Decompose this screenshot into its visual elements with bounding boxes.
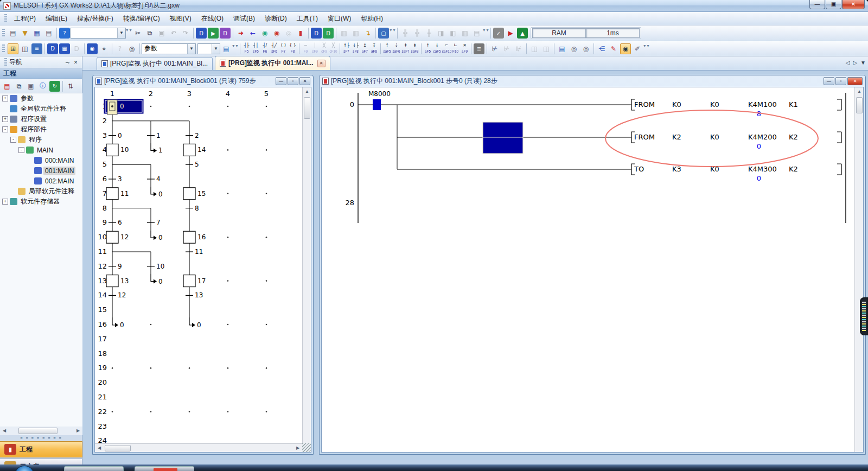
tree-hscrollbar[interactable]: ◀ ▶ bbox=[0, 427, 82, 435]
sfc-tool-4-icon[interactable]: ◨ bbox=[436, 28, 446, 39]
ladder-symbol-saf6[interactable]: ⇣saF6 bbox=[392, 42, 401, 55]
device-display-2-icon[interactable]: D bbox=[323, 28, 334, 39]
ladder-restore-button[interactable]: ▫ bbox=[835, 77, 846, 85]
toolbar-overflow[interactable]: ▾ ▾ bbox=[232, 43, 238, 54]
device-test-icon[interactable]: ▮ bbox=[295, 28, 306, 39]
open-project-icon[interactable]: ▼ bbox=[20, 28, 30, 39]
help-context-icon[interactable]: ? bbox=[114, 43, 125, 54]
ladder-symbol-f10[interactable]: ∟F10 bbox=[451, 42, 460, 55]
ladder-symbol-f7[interactable]: ( )F7 bbox=[279, 42, 288, 55]
ladder-symbol-af7[interactable]: ↥aF7 bbox=[360, 42, 369, 55]
device-comment-icon[interactable]: D bbox=[196, 28, 207, 39]
menu-debug[interactable]: 调试(B) bbox=[228, 12, 260, 25]
device-display-1-icon[interactable]: D bbox=[311, 28, 322, 39]
find-binoculars-icon[interactable]: ◎ bbox=[126, 43, 137, 54]
cut-icon[interactable]: ✂ bbox=[132, 28, 143, 39]
edit-mode-3-icon[interactable]: ⊮ bbox=[513, 43, 524, 54]
paste-icon[interactable]: ▣ bbox=[156, 28, 167, 39]
toolbar-overflow[interactable]: ▾ ▾ bbox=[483, 28, 489, 39]
ladder-symbol-f8[interactable]: { }F8 bbox=[288, 42, 297, 55]
taskbar-button[interactable] bbox=[135, 466, 194, 471]
menu-edit[interactable]: 编辑(E) bbox=[41, 12, 72, 25]
sfc-minimize-button[interactable]: — bbox=[276, 77, 286, 85]
ladder-symbol-af8[interactable]: ↧aF8 bbox=[369, 42, 379, 55]
tree-item-001-MAIN[interactable]: 001:MAIN bbox=[0, 166, 82, 176]
expand-icon[interactable]: + bbox=[2, 116, 8, 122]
dev-comment-icon[interactable]: D bbox=[47, 43, 58, 54]
device-tree-edit-icon[interactable]: ✎ bbox=[608, 43, 619, 54]
sfc-tool-7-icon[interactable]: ▤ bbox=[471, 28, 482, 39]
sfc-diagram[interactable]: 1234512345678910111213141516171819202122… bbox=[95, 87, 303, 443]
edge-widget[interactable] bbox=[860, 297, 868, 335]
undo-icon[interactable]: ↶ bbox=[168, 28, 179, 39]
taskbar-button[interactable] bbox=[64, 466, 124, 471]
sfc-restore-button[interactable]: ▫ bbox=[288, 77, 298, 85]
navigation-window-icon[interactable]: ⊞ bbox=[8, 43, 18, 54]
ladder-symbol-saf5[interactable]: ⇡saF5 bbox=[382, 42, 392, 55]
item-paste-icon[interactable]: ▣ bbox=[25, 81, 36, 92]
sfc-tool-2-icon[interactable]: ╬ bbox=[412, 28, 423, 39]
menu-tools[interactable]: 工具(T) bbox=[292, 12, 323, 25]
ladder-symbol-f6[interactable]: ┤/F6 bbox=[260, 42, 270, 55]
ladder-vscrollbar[interactable]: ▲ bbox=[854, 87, 863, 452]
ladder-symbol-af5[interactable]: ↑aF5 bbox=[423, 42, 432, 55]
tree-item-参数[interactable]: +参数 bbox=[0, 93, 82, 104]
sfc-tool-1-icon[interactable]: ╬ bbox=[400, 28, 411, 39]
menu-window[interactable]: 窗口(W) bbox=[323, 12, 356, 25]
ladder-symbol-caf10[interactable]: ⌐caF10 bbox=[442, 42, 451, 55]
tree-item-全局软元件注释[interactable]: 全局软元件注释 bbox=[0, 104, 82, 114]
collapse-icon[interactable]: - bbox=[10, 137, 16, 143]
monitor-mode-icon[interactable]: ◉ bbox=[620, 43, 631, 54]
document-tab-1[interactable]: [PRG]监视 执行中 001:MAIN_Bl... bbox=[97, 57, 213, 70]
ladder-symbol-sf9[interactable]: │sF9 bbox=[310, 42, 320, 55]
element-selection-icon[interactable]: ◫ bbox=[20, 43, 30, 54]
help-icon[interactable]: ? bbox=[59, 28, 70, 39]
menu-diagnostics[interactable]: 诊断(D) bbox=[260, 12, 292, 25]
inst-list-icon[interactable]: ≣ bbox=[474, 43, 484, 54]
read-from-plc-icon[interactable]: ← bbox=[247, 28, 258, 39]
ladder-close-button[interactable]: ✕ bbox=[847, 77, 863, 85]
menu-help[interactable]: 帮助(H) bbox=[356, 12, 388, 25]
menu-view[interactable]: 视图(V) bbox=[165, 12, 196, 25]
toolbar-overflow[interactable]: ▾ ▾ bbox=[390, 28, 395, 39]
tab-scroll-right[interactable]: ▷ bbox=[853, 60, 857, 66]
panel-splitter[interactable]: ■ ■ ■ ■ ■ ■ ■ ■ bbox=[0, 435, 82, 441]
tab-close-icon[interactable]: ✕ bbox=[317, 60, 326, 67]
device-tree-icon[interactable]: ⋲ bbox=[596, 43, 607, 54]
ladder-symbol-sf6[interactable]: ┤╱sF6 bbox=[270, 42, 279, 55]
ladder-minimize-button[interactable]: — bbox=[824, 77, 834, 85]
edit-mode-1-icon[interactable]: ⊬ bbox=[489, 43, 500, 54]
item-properties-icon[interactable]: ⓘ bbox=[37, 81, 48, 92]
nav-button-project[interactable]: ▮工程 bbox=[0, 441, 82, 457]
program-editor-icon[interactable]: ▶ bbox=[208, 28, 219, 39]
toolbar-overflow[interactable]: ▾ ▾ bbox=[126, 28, 132, 39]
ladder-symbol-sf8[interactable]: ↓├sF8 bbox=[351, 42, 360, 55]
ladder-symbol-af9[interactable]: ✕aF9 bbox=[460, 42, 469, 55]
tree-item-程序[interactable]: -程序 bbox=[0, 135, 82, 145]
sfc-tool-5-icon[interactable]: ◧ bbox=[448, 28, 458, 39]
program-jump-icon[interactable]: ↴ bbox=[362, 28, 373, 39]
tree-item-局部软元件注释[interactable]: 局部软元件注释 bbox=[0, 186, 82, 196]
tree-item-程序部件[interactable]: -程序部件 bbox=[0, 124, 82, 135]
doc-find-icon[interactable]: ▤ bbox=[221, 43, 232, 54]
sfc-hscrollbar[interactable]: ◀ ▶ bbox=[95, 443, 302, 452]
copy-icon[interactable]: ⧉ bbox=[144, 28, 155, 39]
program-doc-2-icon[interactable]: ▥ bbox=[350, 28, 361, 39]
sort-menu-icon[interactable]: ⇅ bbox=[65, 81, 76, 92]
monitor-stop-icon[interactable]: ◉ bbox=[271, 28, 282, 39]
sfc-tool-3-icon[interactable]: ╫ bbox=[424, 28, 435, 39]
tree-item-MAIN[interactable]: -MAIN bbox=[0, 145, 82, 155]
ladder-symbol-sf7[interactable]: ↑├sF7 bbox=[342, 42, 351, 55]
panel-close-icon[interactable]: ✕ bbox=[72, 58, 80, 66]
save-project-icon[interactable]: ▦ bbox=[31, 28, 42, 39]
toolbar-overflow[interactable]: ▾ ▾ bbox=[643, 43, 649, 54]
doc-find-2-icon[interactable]: ◎ bbox=[580, 43, 591, 54]
maximize-button[interactable]: ▣ bbox=[826, 0, 841, 9]
close-button[interactable]: ✕ bbox=[842, 0, 865, 9]
pc-screen-icon[interactable]: ▢ bbox=[378, 28, 389, 39]
scan-time-field[interactable]: 1ms bbox=[586, 28, 640, 38]
ladder-symbol-saf7[interactable]: ⇞saF7 bbox=[401, 42, 410, 55]
program-doc-1-icon[interactable]: ▥ bbox=[339, 28, 349, 39]
pin-icon[interactable]: ⊸ bbox=[63, 58, 72, 66]
write-to-plc-icon[interactable]: ➜ bbox=[235, 28, 246, 39]
